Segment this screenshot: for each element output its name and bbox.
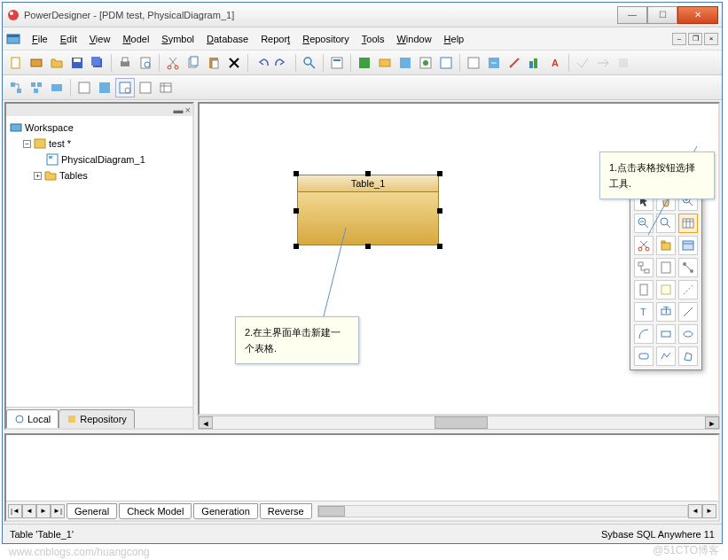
menu-report[interactable]: Report (254, 31, 296, 47)
expand-icon[interactable]: + (34, 172, 42, 180)
menu-repository[interactable]: Repository (296, 31, 356, 47)
tab-nav-next[interactable]: ► (36, 504, 51, 518)
tool-a-button[interactable] (355, 53, 374, 73)
menu-edit[interactable]: Edit (54, 31, 83, 47)
vt-4[interactable] (74, 78, 94, 97)
paste-button[interactable] (204, 53, 223, 73)
output-content[interactable] (6, 435, 718, 501)
find-button[interactable] (300, 53, 319, 73)
resize-handle[interactable] (437, 171, 442, 176)
file-tool[interactable] (634, 280, 654, 299)
maximize-button[interactable]: ☐ (647, 6, 677, 24)
resize-handle[interactable] (437, 208, 442, 214)
tool-b-button[interactable] (375, 53, 395, 73)
tool-d-button[interactable] (416, 53, 435, 73)
menu-file[interactable]: File (26, 31, 54, 47)
dependency-tool[interactable] (678, 280, 698, 299)
tab-repository[interactable]: Repository (59, 409, 135, 428)
tool-c-button[interactable] (395, 53, 415, 73)
tab-reverse[interactable]: Reverse (260, 503, 312, 519)
package-tool[interactable] (656, 236, 676, 255)
scroll-thumb[interactable] (434, 416, 488, 429)
tab-local[interactable]: Local (6, 409, 59, 428)
polygon-tool[interactable] (678, 346, 698, 366)
tab-nav-prev[interactable]: ◄ (22, 504, 36, 518)
text-tool[interactable]: T (634, 302, 654, 322)
note-tool[interactable] (656, 280, 676, 299)
rect-tool[interactable] (656, 324, 676, 344)
tab-scroll[interactable] (317, 505, 688, 517)
tab-nav-last[interactable]: ►| (51, 504, 65, 518)
ellipse-tool[interactable] (678, 324, 698, 344)
tool-k-button[interactable] (573, 53, 592, 73)
vt-1[interactable] (6, 78, 26, 97)
vt-2[interactable] (27, 78, 46, 97)
scroll-track[interactable] (213, 416, 705, 429)
menu-model[interactable]: Model (116, 31, 155, 47)
print-button[interactable] (115, 53, 135, 73)
workspace-tree[interactable]: Workspace − test * PhysicalDiagram_1 + (6, 116, 192, 407)
menu-symbol[interactable]: Symbol (155, 31, 200, 47)
tool-f-button[interactable] (464, 53, 483, 73)
saveall-button[interactable] (88, 53, 107, 73)
redo-button[interactable] (272, 53, 292, 73)
resize-handle[interactable] (294, 171, 299, 176)
open-button[interactable] (47, 53, 67, 73)
arc-tool[interactable] (634, 324, 654, 344)
tab-generation[interactable]: Generation (193, 503, 257, 519)
tree-project[interactable]: − test * (10, 136, 189, 152)
menu-window[interactable]: Window (390, 31, 437, 47)
tab-general[interactable]: General (67, 503, 117, 519)
delete-button[interactable] (224, 53, 244, 73)
roundrect-tool[interactable] (634, 346, 654, 366)
vt-8[interactable] (156, 78, 176, 97)
new-model-button[interactable] (27, 53, 46, 73)
line-tool[interactable] (678, 302, 698, 322)
view-tool[interactable] (678, 236, 698, 255)
menu-tools[interactable]: Tools (356, 31, 391, 47)
menu-view[interactable]: View (83, 31, 117, 47)
title-tool[interactable]: T (656, 302, 676, 322)
mdi-minimize-button[interactable]: – (672, 33, 686, 45)
palette-panel[interactable]: Palette × (630, 169, 702, 370)
tool-m-button[interactable] (614, 53, 633, 73)
table-symbol[interactable]: Table_1 (297, 175, 439, 245)
sidebar-pin-icon[interactable]: ▬ (174, 105, 184, 115)
undo-button[interactable] (252, 53, 271, 73)
resize-handle[interactable] (437, 244, 442, 249)
collapse-icon[interactable]: − (23, 140, 31, 148)
save-button[interactable] (67, 53, 87, 73)
zoom-out-tool[interactable] (634, 214, 654, 233)
resize-handle[interactable] (365, 171, 371, 176)
tool-e-button[interactable] (436, 53, 456, 73)
reference-tool[interactable] (634, 258, 654, 277)
tool-j-button[interactable]: A (545, 53, 565, 73)
mdi-close-button[interactable]: × (704, 33, 718, 45)
mdi-restore-button[interactable]: ❐ (688, 33, 702, 45)
close-button[interactable]: ✕ (677, 6, 718, 24)
vt-5[interactable] (95, 78, 114, 97)
sidebar-close-icon[interactable]: × (185, 105, 191, 115)
minimize-button[interactable]: — (617, 6, 647, 24)
zoom-fit-tool[interactable] (656, 214, 676, 233)
polyline-tool[interactable] (656, 346, 676, 366)
vt-6[interactable] (115, 78, 135, 97)
preview-button[interactable] (136, 53, 155, 73)
tool-i-button[interactable] (525, 53, 544, 73)
cut-button[interactable] (163, 53, 183, 73)
scroll-left-button[interactable]: ◄ (199, 416, 213, 429)
scroll-right-button[interactable]: ► (705, 416, 719, 429)
properties-button[interactable] (327, 53, 347, 73)
vt-7[interactable] (136, 78, 155, 97)
resize-handle[interactable] (365, 244, 371, 249)
vt-3[interactable] (47, 78, 67, 97)
tool-l-button[interactable] (593, 53, 613, 73)
copy-button[interactable] (184, 53, 203, 73)
link-tool[interactable] (678, 258, 698, 277)
procedure-tool[interactable] (656, 258, 676, 277)
canvas-hscroll[interactable]: ◄ ► (198, 416, 720, 430)
resize-handle[interactable] (294, 208, 299, 214)
tree-root[interactable]: Workspace (10, 120, 189, 136)
resize-handle[interactable] (294, 244, 299, 249)
tab-scroll-left[interactable]: ◄ (688, 504, 702, 518)
